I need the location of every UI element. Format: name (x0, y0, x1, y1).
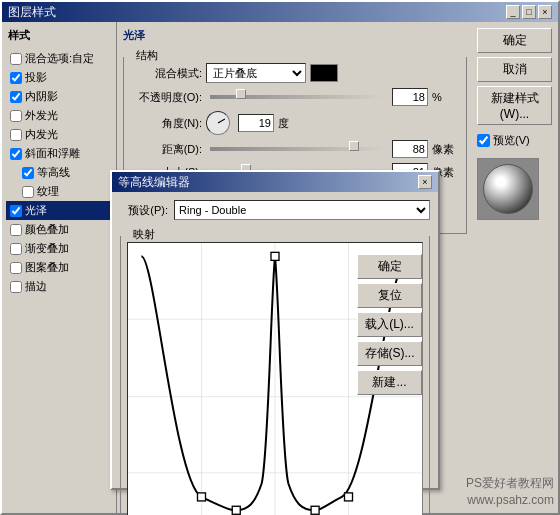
svg-rect-10 (311, 506, 319, 514)
maximize-button[interactable]: □ (522, 5, 536, 19)
blend-label: 混合选项:自定 (25, 51, 94, 66)
angle-dial[interactable] (206, 111, 230, 135)
distance-row: 距离(D): 像素 (130, 140, 460, 158)
contour-editor-close-button[interactable]: × (418, 175, 432, 189)
sidebar-item-blend[interactable]: 混合选项:自定 (6, 49, 112, 68)
svg-rect-11 (344, 493, 352, 501)
pattern-overlay-checkbox[interactable] (10, 262, 22, 274)
sidebar-item-inner-shadow[interactable]: 内阴影 (6, 87, 112, 106)
opacity-row: 不透明度(O): % (130, 88, 460, 106)
contour-editor-title: 等高线编辑器 (118, 174, 190, 191)
contour-editor-body: 预设(P): Ring - Double Linear Gaussian 映射 (112, 192, 438, 488)
shadow-checkbox[interactable] (10, 72, 22, 84)
bevel-checkbox[interactable] (10, 148, 22, 160)
contour-editor-buttons: 确定 复位 载入(L)... 存储(S)... 新建... (357, 254, 422, 395)
color-swatch[interactable] (310, 64, 338, 82)
watermark-line1: PS爱好者教程网 (466, 475, 554, 492)
contour-reset-button[interactable]: 复位 (357, 283, 422, 308)
structure-legend: 结构 (132, 48, 162, 63)
sidebar-item-stroke[interactable]: 描边 (6, 277, 112, 296)
stroke-checkbox[interactable] (10, 281, 22, 293)
contour-ok-button[interactable]: 确定 (357, 254, 422, 279)
inner-glow-label: 内发光 (25, 127, 58, 142)
opacity-slider-track[interactable] (210, 92, 384, 102)
contour-label: 等高线 (37, 165, 70, 180)
watermark: PS爱好者教程网 www.psahz.com (466, 475, 554, 509)
ok-button[interactable]: 确定 (477, 28, 552, 53)
styles-title: 样式 (6, 26, 112, 45)
gradient-overlay-label: 渐变叠加 (25, 241, 69, 256)
sidebar-item-gradient-overlay[interactable]: 渐变叠加 (6, 239, 112, 258)
watermark-line2: www.psahz.com (466, 492, 554, 509)
angle-label: 角度(N): (130, 116, 202, 131)
contour-editor-dialog: 等高线编辑器 × 预设(P): Ring - Double Linear Gau… (110, 170, 440, 490)
sidebar-item-pattern-overlay[interactable]: 图案叠加 (6, 258, 112, 277)
sidebar-item-color-overlay[interactable]: 颜色叠加 (6, 220, 112, 239)
sidebar-item-contour[interactable]: 等高线 (6, 163, 112, 182)
color-overlay-checkbox[interactable] (10, 224, 22, 236)
distance-unit: 像素 (432, 142, 460, 157)
angle-unit: 度 (278, 116, 306, 131)
blend-mode-row: 混合模式: 正片叠底 (130, 63, 460, 83)
sidebar-item-shadow[interactable]: 投影 (6, 68, 112, 87)
blend-mode-select[interactable]: 正片叠底 (206, 63, 306, 83)
title-bar: 图层样式 _ □ × (2, 2, 558, 22)
bevel-label: 斜面和浮雕 (25, 146, 80, 161)
contour-new-button[interactable]: 新建... (357, 370, 422, 395)
blend-mode-label: 混合模式: (130, 66, 202, 81)
inner-shadow-checkbox[interactable] (10, 91, 22, 103)
angle-input[interactable] (238, 114, 274, 132)
pattern-overlay-label: 图案叠加 (25, 260, 69, 275)
svg-rect-8 (232, 506, 240, 514)
sidebar-item-texture[interactable]: 纹理 (6, 182, 112, 201)
inner-shadow-label: 内阴影 (25, 89, 58, 104)
opacity-unit: % (432, 91, 460, 103)
stroke-label: 描边 (25, 279, 47, 294)
inner-glow-checkbox[interactable] (10, 129, 22, 141)
svg-rect-7 (197, 493, 205, 501)
contour-load-button[interactable]: 载入(L)... (357, 312, 422, 337)
close-button[interactable]: × (538, 5, 552, 19)
sidebar-item-outer-glow[interactable]: 外发光 (6, 106, 112, 125)
texture-checkbox[interactable] (22, 186, 34, 198)
preset-label: 预设(P): (120, 203, 168, 218)
opacity-label: 不透明度(O): (130, 90, 202, 105)
outer-glow-checkbox[interactable] (10, 110, 22, 122)
contour-save-button[interactable]: 存储(S)... (357, 341, 422, 366)
distance-input[interactable] (392, 140, 428, 158)
preview-label: 预览(V) (493, 133, 530, 148)
angle-row: 角度(N): 度 (130, 111, 460, 135)
blend-checkbox[interactable] (10, 53, 22, 65)
contour-editor-title-bar: 等高线编辑器 × (112, 172, 438, 192)
gloss-checkbox[interactable] (10, 205, 22, 217)
title-bar-buttons: _ □ × (506, 5, 552, 19)
preview-image (483, 164, 533, 214)
sidebar-item-gloss[interactable]: 光泽 (6, 201, 112, 220)
action-buttons: 确定 取消 新建样式(W)... 预览(V) (477, 28, 552, 220)
dialog-title: 图层样式 (8, 4, 56, 21)
preset-row: 预设(P): Ring - Double Linear Gaussian (120, 200, 430, 220)
gloss-label: 光泽 (25, 203, 47, 218)
mapping-container: 映射 (120, 226, 430, 515)
new-style-button[interactable]: 新建样式(W)... (477, 86, 552, 125)
mapping-legend: 映射 (129, 227, 159, 242)
left-panel: 样式 混合选项:自定 投影 内阴影 外发光 内发光 (2, 22, 117, 513)
gradient-overlay-checkbox[interactable] (10, 243, 22, 255)
preset-select[interactable]: Ring - Double Linear Gaussian (174, 200, 430, 220)
sidebar-item-bevel[interactable]: 斜面和浮雕 (6, 144, 112, 163)
opacity-input[interactable] (392, 88, 428, 106)
distance-slider-thumb[interactable] (349, 141, 359, 151)
texture-label: 纹理 (37, 184, 59, 199)
opacity-slider-thumb[interactable] (236, 89, 246, 99)
preview-box (477, 158, 539, 220)
cancel-button[interactable]: 取消 (477, 57, 552, 82)
svg-rect-9 (271, 252, 279, 260)
minimize-button[interactable]: _ (506, 5, 520, 19)
preview-checkbox[interactable] (477, 134, 490, 147)
shadow-label: 投影 (25, 70, 47, 85)
outer-glow-label: 外发光 (25, 108, 58, 123)
distance-slider-track[interactable] (210, 144, 384, 154)
sidebar-item-inner-glow[interactable]: 内发光 (6, 125, 112, 144)
contour-checkbox[interactable] (22, 167, 34, 179)
color-overlay-label: 颜色叠加 (25, 222, 69, 237)
